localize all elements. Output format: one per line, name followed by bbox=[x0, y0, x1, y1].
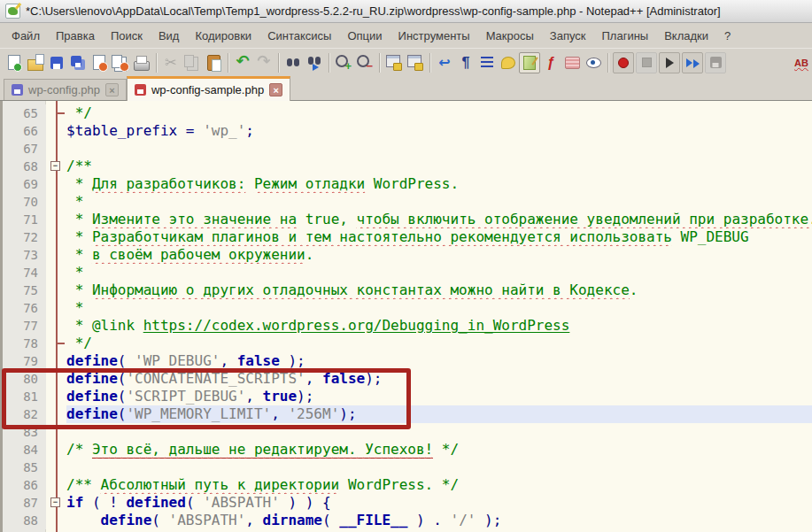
open-file-icon[interactable] bbox=[25, 52, 46, 73]
line-number[interactable]: 84 bbox=[3, 441, 46, 459]
menu-item-encoding[interactable]: Кодировки bbox=[187, 26, 259, 46]
menu-item-edit[interactable]: Правка bbox=[48, 26, 103, 46]
close-icon[interactable]: × bbox=[269, 83, 282, 96]
line-number[interactable]: 81 bbox=[3, 388, 46, 405]
line-number[interactable]: 65 bbox=[3, 104, 46, 122]
line-number[interactable]: 72 bbox=[3, 228, 46, 246]
line-number[interactable]: 74 bbox=[3, 264, 46, 281]
cut-icon[interactable] bbox=[160, 52, 182, 73]
close-icon[interactable] bbox=[89, 52, 110, 73]
macro-record-icon[interactable] bbox=[613, 52, 634, 73]
code-text[interactable]: * Информацию о других отладочных констан… bbox=[66, 281, 812, 299]
zoom-in-icon[interactable] bbox=[333, 52, 354, 73]
code-text[interactable]: * Измените это значение на true, чтобы в… bbox=[66, 211, 812, 228]
word-wrap-icon[interactable] bbox=[434, 52, 455, 73]
code-text[interactable]: * @link https://codex.wordpress.org/Debu… bbox=[66, 317, 812, 335]
code-text[interactable]: /* Это всё, дальше не редактируем. Успех… bbox=[66, 441, 812, 459]
code-text[interactable]: define('WP_MEMORY_LIMIT', '256M'); bbox=[66, 405, 812, 423]
fold-collapse-icon[interactable]: − bbox=[50, 497, 60, 507]
menu-item-run[interactable]: Запуск bbox=[542, 26, 594, 46]
tab-wp-config[interactable]: wp-config.php× bbox=[4, 79, 127, 100]
menu-item-plugins[interactable]: Плагины bbox=[594, 26, 657, 46]
show-indent-guide-icon[interactable] bbox=[476, 52, 498, 73]
line-number[interactable]: 73 bbox=[3, 246, 46, 264]
macro-save-icon[interactable] bbox=[705, 52, 726, 73]
monitoring-icon[interactable] bbox=[583, 52, 604, 73]
macro-stop-icon[interactable] bbox=[636, 52, 657, 73]
menu-item-tools[interactable]: Инструменты bbox=[391, 26, 478, 46]
menu-item-tabs[interactable]: Вкладки bbox=[656, 26, 716, 46]
line-number[interactable]: 75 bbox=[3, 281, 46, 299]
menu-item-syntax[interactable]: Синтаксисы bbox=[259, 26, 339, 46]
line-number[interactable]: 77 bbox=[3, 317, 46, 335]
tab-wp-config-sample[interactable]: wp-config-sample.php× bbox=[127, 76, 290, 101]
code-text[interactable]: if ( ! defined( 'ABSPATH' ) ) { bbox=[66, 494, 812, 512]
line-number[interactable]: 87 bbox=[3, 494, 46, 512]
line-number[interactable]: 85 bbox=[3, 459, 46, 476]
close-icon[interactable]: × bbox=[105, 83, 119, 96]
code-text[interactable]: */ bbox=[66, 335, 812, 352]
code-text[interactable]: define('SCRIPT_DEBUG', true); bbox=[66, 388, 812, 405]
code-text[interactable]: * Разработчикам плагинов и тем настоятел… bbox=[66, 228, 812, 246]
line-number[interactable]: 76 bbox=[3, 299, 46, 317]
save-all-icon[interactable] bbox=[67, 52, 89, 73]
paste-icon[interactable] bbox=[203, 52, 224, 73]
code-text[interactable]: * bbox=[66, 299, 812, 317]
undo-icon[interactable] bbox=[232, 52, 253, 73]
code-text[interactable] bbox=[66, 140, 812, 158]
redo-icon[interactable] bbox=[253, 52, 275, 73]
replace-icon[interactable] bbox=[304, 52, 325, 73]
line-number[interactable]: 71 bbox=[3, 211, 46, 228]
code-text[interactable]: * в своём рабочем окружении. bbox=[66, 246, 812, 264]
menu-item-help[interactable]: ? bbox=[716, 26, 739, 46]
line-number[interactable]: 88 bbox=[3, 512, 46, 529]
code-text[interactable]: */ bbox=[66, 104, 812, 122]
code-text[interactable]: /** bbox=[66, 158, 812, 175]
find-icon[interactable] bbox=[282, 52, 304, 73]
copy-icon[interactable] bbox=[182, 52, 203, 73]
macro-playback-icon[interactable] bbox=[659, 52, 680, 73]
new-file-icon[interactable] bbox=[4, 52, 25, 73]
show-all-characters-icon[interactable] bbox=[455, 52, 476, 73]
folder-as-workspace-icon[interactable] bbox=[561, 52, 583, 73]
function-list-icon[interactable] bbox=[540, 52, 561, 73]
code-text[interactable]: /** Абсолютный путь к директории WordPre… bbox=[66, 476, 812, 494]
menu-item-file[interactable]: Файл bbox=[4, 26, 48, 46]
code-text[interactable]: $table_prefix = 'wp_'; bbox=[66, 122, 812, 140]
macro-run-multiple-icon[interactable] bbox=[682, 52, 703, 73]
code-text[interactable]: define( 'ABSPATH', dirname( __FILE__ ) .… bbox=[66, 512, 812, 529]
zoom-out-icon[interactable] bbox=[354, 52, 375, 73]
document-map-icon[interactable] bbox=[519, 52, 540, 73]
menu-item-view[interactable]: Вид bbox=[151, 26, 188, 46]
line-number[interactable]: 69 bbox=[3, 175, 46, 193]
line-number[interactable]: 83 bbox=[3, 423, 46, 441]
line-number[interactable]: 78 bbox=[3, 335, 46, 352]
user-defined-language-icon[interactable] bbox=[498, 52, 519, 73]
spell-check-icon[interactable] bbox=[791, 52, 812, 73]
sync-horizontal-scroll-icon[interactable] bbox=[405, 52, 426, 73]
code-text[interactable] bbox=[66, 423, 812, 441]
line-number[interactable]: 67 bbox=[3, 140, 46, 158]
line-number[interactable]: 66 bbox=[3, 122, 46, 140]
print-icon[interactable] bbox=[131, 52, 152, 73]
save-icon[interactable] bbox=[46, 52, 67, 73]
sync-vertical-scroll-icon[interactable] bbox=[383, 52, 405, 73]
code-text[interactable]: define( 'WP_DEBUG', false ); bbox=[66, 352, 812, 370]
code-text[interactable]: * Для разработчиков: Режим отладки WordP… bbox=[66, 175, 812, 193]
line-number[interactable]: 70 bbox=[3, 193, 46, 211]
editor[interactable]: 65 */66$table_prefix = 'wp_';6768−/**69 … bbox=[0, 101, 812, 532]
line-number[interactable]: 68 bbox=[3, 158, 46, 175]
line-number[interactable]: 86 bbox=[3, 476, 46, 494]
code-text[interactable]: * bbox=[66, 264, 812, 281]
code-text[interactable]: define('CONCATENATE_SCRIPTS', false); bbox=[66, 370, 812, 388]
menu-item-macro[interactable]: Макросы bbox=[478, 26, 542, 46]
line-number[interactable]: 79 bbox=[3, 352, 46, 370]
menu-item-settings[interactable]: Опции bbox=[339, 26, 390, 46]
line-number[interactable]: 82 bbox=[3, 405, 46, 423]
fold-collapse-icon[interactable]: − bbox=[50, 161, 60, 171]
line-number[interactable]: 80 bbox=[3, 370, 46, 388]
code-text[interactable] bbox=[66, 459, 812, 476]
code-text[interactable]: * bbox=[66, 193, 812, 211]
close-all-icon[interactable] bbox=[110, 52, 131, 73]
menu-item-search[interactable]: Поиск bbox=[103, 26, 151, 46]
